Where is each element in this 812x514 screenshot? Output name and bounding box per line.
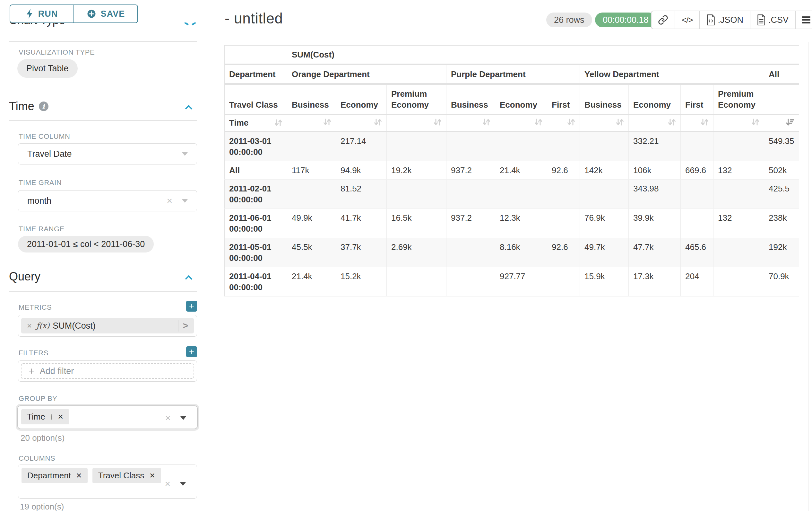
sort-desc-icon[interactable] (785, 117, 795, 127)
sort-icon[interactable] (667, 117, 676, 127)
plus-icon: + (29, 365, 35, 377)
pivot-sort-cell[interactable]: Time (225, 115, 287, 131)
pivot-value-cell (681, 209, 714, 238)
pivot-sort-cell[interactable] (387, 115, 446, 131)
pivot-table-container: SUM(Cost)DepartmentOrange DepartmentPurp… (224, 45, 799, 297)
time-range-pill[interactable]: 2011-01-01 ≤ col < 2011-06-30 (18, 236, 154, 252)
pivot-value-cell (547, 209, 580, 238)
share-link-button[interactable] (651, 11, 675, 29)
pivot-value-cell (714, 180, 764, 209)
clear-icon[interactable]: × (165, 413, 171, 423)
sort-icon[interactable] (433, 117, 442, 127)
pivot-column-header (764, 85, 799, 114)
filters-label: FILTERS (19, 349, 49, 357)
time-grain-select[interactable]: month × (18, 190, 197, 211)
pivot-sort-cell[interactable] (681, 115, 714, 131)
panel-edge (809, 42, 809, 511)
chevron-down-icon (180, 482, 186, 486)
sort-icon[interactable] (533, 117, 543, 127)
metric-pill[interactable]: × ƒ(x) SUM(Cost) > (21, 318, 194, 333)
sort-icon[interactable] (373, 117, 383, 127)
pivot-value-cell (580, 180, 629, 209)
pivot-value-cell (495, 180, 547, 209)
pivot-value-cell (580, 132, 629, 161)
expand-metric-chevron-icon[interactable]: > (178, 321, 193, 331)
metrics-label: METRICS (19, 303, 52, 312)
hamburger-icon (802, 17, 810, 23)
pivot-corner-cell (225, 45, 287, 63)
pivot-sort-cell[interactable] (336, 115, 387, 131)
pivot-value-cell: 49.9k (287, 209, 336, 238)
pivot-column-header: Economy (629, 85, 681, 114)
chart-title[interactable]: - untitled (225, 10, 283, 27)
view-query-button[interactable]: </> (675, 11, 700, 29)
add-filter-plus-button[interactable]: + (186, 346, 197, 357)
sort-icon[interactable] (322, 117, 332, 127)
remove-tag-icon[interactable]: ✕ (57, 413, 63, 421)
run-button[interactable]: RUN (10, 5, 74, 23)
pivot-value-cell: 37.7k (336, 238, 387, 267)
pivot-value-cell (387, 267, 446, 297)
collapse-time-chevron-icon[interactable] (185, 105, 193, 112)
export-toolbar: </> .JSON .CSV (651, 10, 812, 29)
remove-tag-icon[interactable]: ✕ (149, 471, 155, 480)
add-metric-button[interactable]: + (186, 301, 197, 312)
column-info-icon[interactable]: i (50, 412, 53, 422)
sort-icon[interactable] (750, 117, 760, 127)
group-by-select[interactable]: Time i ✕ × (17, 405, 198, 429)
export-json-label: .JSON (718, 15, 744, 25)
time-range-value: 2011-01-01 ≤ col < 2011-06-30 (27, 239, 145, 249)
pivot-sort-cell[interactable] (764, 115, 799, 131)
pivot-sort-cell[interactable] (287, 115, 336, 131)
export-json-button[interactable]: .JSON (700, 11, 751, 29)
pivot-row-label: 2011-04-01 00:00:00 (225, 267, 287, 297)
time-column-select[interactable]: Travel Date (18, 143, 197, 164)
sort-icon[interactable] (700, 117, 709, 127)
pivot-value-cell: 76.9k (580, 209, 629, 238)
pivot-value-cell: 142k (580, 161, 629, 180)
pivot-value-cell (446, 180, 495, 209)
pivot-value-cell: 19.2k (387, 161, 446, 180)
visualization-type-pill[interactable]: Pivot Table (17, 59, 78, 78)
clear-icon[interactable]: × (165, 479, 170, 489)
remove-metric-icon[interactable]: × (23, 321, 36, 331)
remove-tag-icon[interactable]: ✕ (76, 471, 82, 480)
pivot-sort-cell[interactable] (714, 115, 764, 131)
pivot-value-cell (387, 132, 446, 161)
pivot-value-cell: 132 (714, 161, 764, 180)
pivot-sort-cell[interactable] (547, 115, 580, 131)
pivot-value-cell (681, 180, 714, 209)
sort-icon[interactable] (615, 117, 625, 127)
pivot-dimension-label: Travel Class (225, 85, 287, 114)
menu-button[interactable] (795, 11, 812, 29)
group-by-label: GROUP BY (19, 395, 57, 403)
info-icon[interactable]: i (39, 102, 49, 111)
query-section-title: Query (9, 270, 40, 283)
pivot-value-cell (681, 132, 714, 161)
row-count-badge: 26 rows (546, 12, 592, 27)
pivot-sort-cell[interactable] (629, 115, 681, 131)
pivot-column-header: Business (446, 85, 495, 114)
clear-icon[interactable]: × (167, 196, 172, 206)
pivot-sort-cell[interactable] (580, 115, 629, 131)
sort-icon[interactable] (273, 118, 283, 128)
pivot-sort-cell[interactable] (495, 115, 547, 131)
time-section-heading: Time i (9, 100, 49, 113)
pivot-sort-cell[interactable] (446, 115, 495, 131)
export-csv-button[interactable]: .CSV (750, 11, 795, 29)
pivot-value-cell: 21.4k (287, 267, 336, 297)
save-button[interactable]: SAVE (74, 5, 137, 23)
filters-control: + Add filter (18, 360, 197, 382)
time-column-label: TIME COLUMN (19, 132, 70, 141)
sort-icon[interactable] (566, 117, 576, 127)
pivot-value-cell: 669.6 (681, 161, 714, 180)
columns-select[interactable]: Department ✕ Travel Class ✕ × (18, 464, 197, 498)
section-divider (9, 120, 197, 121)
pivot-value-cell: 92.6 (547, 161, 580, 180)
pivot-value-cell: 937.2 (446, 209, 495, 238)
collapse-query-chevron-icon[interactable] (185, 275, 193, 283)
pivot-value-cell: 217.14 (336, 132, 387, 161)
columns-tag: Travel Class ✕ (92, 468, 161, 483)
sort-icon[interactable] (482, 117, 491, 127)
add-filter-button[interactable]: + Add filter (21, 363, 194, 379)
